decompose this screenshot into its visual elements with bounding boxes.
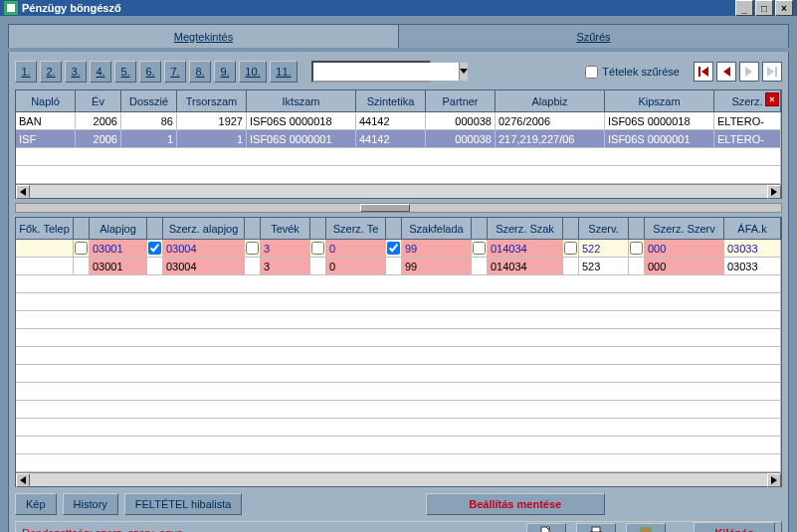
button-row: Kép History FELTÉTEL hibalista Beállítás…	[15, 491, 782, 517]
col2-szerz-szak[interactable]: Szerz. Szak	[488, 218, 563, 240]
row-chk[interactable]	[473, 242, 486, 255]
nav-prev-button[interactable]	[716, 62, 736, 82]
scroll-left-icon[interactable]	[16, 473, 30, 487]
row-chk[interactable]	[311, 242, 324, 255]
nav-last-button[interactable]	[762, 62, 782, 82]
table-row[interactable]: BAN 2006 86 1927 ISF06S 0000018 44142 00…	[16, 112, 781, 130]
items-filter-checkbox-input[interactable]	[585, 66, 598, 79]
table-row[interactable]: 03001 03004 3 0 99 014034 523	[16, 258, 781, 275]
numbtn-9[interactable]: 9.	[214, 61, 236, 83]
grid-2-body: 03001 03004 3 0 99 014034 522	[16, 240, 781, 472]
numbtn-5[interactable]: 5.	[114, 61, 136, 83]
toolbar: 1. 2. 3. 4. 5. 6. 7. 8. 9. 10. 11.	[15, 58, 782, 86]
tabs: Megtekintés Szűrés	[8, 24, 789, 48]
col2-foktelep[interactable]: Fők. Telep	[16, 218, 74, 240]
grid-1-scrollbar[interactable]	[16, 184, 781, 198]
app-icon	[4, 1, 18, 15]
table-row[interactable]: 03001 03004 3 0 99 014034 522	[16, 240, 781, 258]
col-partner[interactable]: Partner	[426, 90, 496, 112]
tab-filter-label: Szűrés	[576, 31, 610, 43]
col2-szerz-szerv[interactable]: Szerz. Szerv	[645, 218, 724, 240]
col2-szakfelada[interactable]: Szakfelada	[402, 218, 472, 240]
titlebar: Pénzügy böngésző _ □ ×	[0, 0, 797, 16]
col2-szerv[interactable]: Szerv.	[579, 218, 629, 240]
numbtn-6[interactable]: 6.	[139, 61, 161, 83]
numbtn-2[interactable]: 2.	[40, 61, 62, 83]
row-chk[interactable]	[148, 242, 161, 255]
svg-marker-4	[701, 67, 708, 77]
kilepes-button[interactable]: Kilépés	[694, 522, 775, 532]
numbtn-7[interactable]: 7.	[164, 61, 186, 83]
col-iktszam[interactable]: Iktszam	[247, 90, 356, 112]
main-panel: 1. 2. 3. 4. 5. 6. 7. 8. 9. 10. 11.	[8, 52, 789, 532]
svg-rect-17	[641, 528, 651, 532]
grid-2-scrollbar[interactable]	[16, 472, 781, 486]
maximize-button[interactable]: □	[755, 0, 773, 16]
tab-filter[interactable]: Szűrés	[399, 25, 788, 48]
nav-next-button[interactable]	[739, 62, 759, 82]
grid-2: Fők. Telep Alapjog Szerz. alapjog Tevék …	[15, 217, 782, 487]
numbtn-10[interactable]: 10.	[239, 61, 267, 83]
numbtn-1[interactable]: 1.	[15, 61, 37, 83]
nav-first-button[interactable]	[694, 62, 713, 82]
col-dosszie[interactable]: Dosszié	[121, 90, 177, 112]
row-chk[interactable]	[564, 242, 577, 255]
svg-rect-1	[7, 4, 15, 12]
close-button[interactable]: ×	[775, 0, 793, 16]
statusbar: Rendezettség: szerz. szerv. egys. Kilépé…	[15, 521, 782, 532]
grid-1-body: BAN 2006 86 1927 ISF06S 0000018 44142 00…	[16, 112, 781, 184]
history-button[interactable]: History	[63, 493, 118, 515]
col2-szerz-alapjog[interactable]: Szerz. alapjog	[163, 218, 245, 240]
numbtn-8[interactable]: 8.	[189, 61, 211, 83]
col2-alapjog[interactable]: Alapjog	[90, 218, 147, 240]
row-chk[interactable]	[387, 242, 400, 255]
items-filter-checkbox[interactable]: Tételek szűrése	[585, 66, 680, 79]
scroll-left-icon[interactable]	[16, 185, 30, 199]
table-row[interactable]: ISF 2006 1 1 ISF06S 0000001 44142 000038…	[16, 130, 781, 148]
feltetel-hibalista-button[interactable]: FELTÉTEL hibalista	[124, 493, 243, 515]
svg-rect-3	[698, 67, 700, 77]
beallitas-mentese-button[interactable]: Beállítás mentése	[426, 493, 605, 515]
row-chk[interactable]	[75, 242, 88, 255]
status-text: Rendezettség: szerz. szerv. egys.	[22, 527, 185, 532]
col-szintetika[interactable]: Szintetika	[356, 90, 426, 112]
filter-combo[interactable]	[311, 61, 431, 83]
col-kipszam[interactable]: Kipszam	[605, 90, 714, 112]
col2-afa[interactable]: ÁFA.k	[724, 218, 781, 240]
printer-icon[interactable]	[576, 523, 616, 532]
svg-marker-12	[771, 476, 777, 484]
scroll-right-icon[interactable]	[767, 185, 781, 199]
minimize-button[interactable]: _	[735, 0, 753, 16]
col-alapbiz[interactable]: Alapbiz	[496, 90, 605, 112]
svg-marker-7	[767, 67, 774, 77]
col2-tevek[interactable]: Tevék	[261, 218, 310, 240]
numbtn-3[interactable]: 3.	[65, 61, 87, 83]
col-ev[interactable]: Év	[76, 90, 121, 112]
numbtn-4[interactable]: 4.	[90, 61, 111, 83]
col-trsorszam[interactable]: Trsorszam	[177, 90, 247, 112]
kep-button[interactable]: Kép	[15, 493, 57, 515]
filter-combo-input[interactable]	[313, 63, 459, 81]
row-chk[interactable]	[246, 242, 259, 255]
col-naplo[interactable]: Napló	[16, 90, 76, 112]
scroll-right-icon[interactable]	[767, 473, 781, 487]
tab-view-label: Megtekintés	[174, 31, 233, 43]
splitter-thumb[interactable]	[360, 204, 410, 212]
grid-2-header: Fők. Telep Alapjog Szerz. alapjog Tevék …	[16, 218, 781, 240]
grid-1-header: Napló Év Dosszié Trsorszam Iktszam Szint…	[16, 90, 781, 112]
cabinet-icon[interactable]	[626, 523, 666, 532]
splitter-track[interactable]	[15, 203, 782, 213]
col2-szerz-te[interactable]: Szerz. Te	[326, 218, 386, 240]
document-icon[interactable]	[526, 523, 566, 532]
tab-view[interactable]: Megtekintés	[9, 25, 399, 48]
svg-rect-8	[775, 67, 777, 77]
numbtn-11[interactable]: 11.	[270, 61, 298, 83]
body: Megtekintés Szűrés 1. 2. 3. 4. 5. 6. 7. …	[0, 16, 797, 532]
window-title: Pénzügy böngésző	[22, 2, 733, 14]
chevron-down-icon[interactable]	[459, 63, 468, 81]
svg-rect-15	[592, 527, 600, 532]
svg-marker-5	[723, 67, 730, 77]
svg-marker-9	[20, 188, 26, 196]
grid-close-icon[interactable]: ×	[765, 92, 779, 106]
row-chk[interactable]	[630, 242, 643, 255]
